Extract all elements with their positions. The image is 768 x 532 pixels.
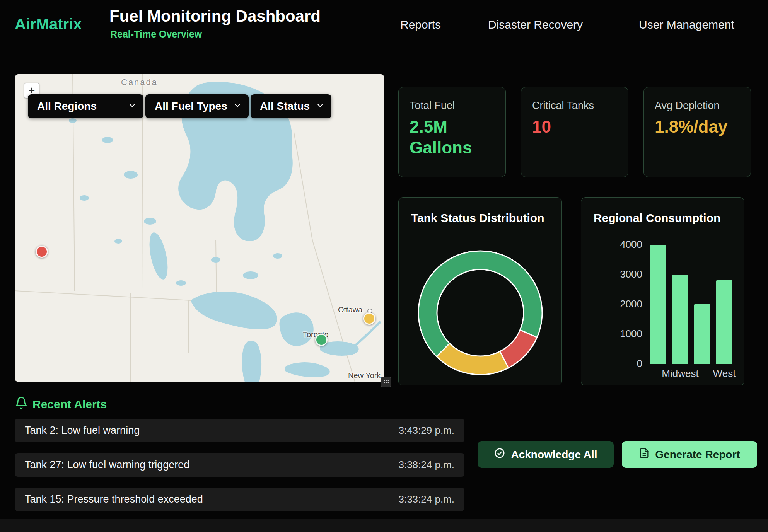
alert-timestamp: 3:38:24 p.m. [398,459,454,471]
bar-chart-y-axis: 01000200030004000 [608,245,642,364]
y-tick-label: 3000 [608,268,642,280]
map-canvas [15,74,384,382]
y-tick-label: 0 [608,358,642,370]
recent-alerts-section: Recent Alerts Tank 2: Low fuel warning 3… [0,385,768,519]
generate-report-button[interactable]: Generate Report [622,441,757,468]
fuel-type-filter-value: All Fuel Types [155,100,227,113]
avg-depletion-label: Avg Depletion [655,100,740,112]
alert-message: Tank 27: Low fuel warning triggered [25,459,189,471]
header: AirMatrix Fuel Monitoring Dashboard Real… [0,0,768,49]
y-tick-label: 4000 [608,239,642,251]
avg-depletion-value: 1.8%/day [655,116,730,137]
map-label-ottawa: Ottawa [338,305,362,314]
donut-slice-warning [437,343,509,375]
bar-3 [716,280,732,364]
recent-alerts-heading: Recent Alerts [32,398,107,411]
app-logo: AirMatrix [15,15,82,33]
bell-icon [15,396,28,411]
tank-status-donut-chart [414,246,547,379]
chevron-down-icon [316,100,324,113]
map-label-canada: Canada [121,77,158,87]
alert-row[interactable]: Tank 2: Low fuel warning 3:43:29 p.m. [15,419,464,442]
regional-consumption-card: Regional Consumption 01000200030004000 M… [581,197,744,386]
regional-consumption-bar-chart: 01000200030004000 MidwestWest [608,245,740,364]
map-marker-warning[interactable] [363,312,375,325]
map-marker-critical[interactable] [36,246,48,258]
bar-0 [650,245,666,364]
status-filter-value: All Status [260,100,310,113]
alert-row[interactable]: Tank 27: Low fuel warning triggered 3:38… [15,453,464,477]
status-filter-dropdown[interactable]: All Status [251,94,331,118]
alert-timestamp: 3:43:29 p.m. [398,425,454,437]
file-text-icon [639,448,650,461]
nav-user-management[interactable]: User Management [639,0,734,49]
nav-reports[interactable]: Reports [400,0,441,49]
resize-handle-icon[interactable] [381,377,391,387]
alert-message: Tank 15: Pressure threshold exceeded [25,493,203,505]
bar-chart-plot-area: MidwestWest [650,245,735,364]
total-fuel-card: Total Fuel 2.5M Gallons [398,87,506,177]
page-title: Fuel Monitoring Dashboard [109,7,321,26]
bar-1 [672,275,688,364]
tank-map[interactable]: + All Regions All Fuel Types All Status … [15,74,384,382]
nav-disaster-recovery[interactable]: Disaster Recovery [488,0,583,49]
bar-2 [694,304,710,364]
x-tick-label: Midwest [662,368,698,380]
chevron-down-icon [128,100,137,113]
alert-timestamp: 3:33:24 p.m. [398,493,454,505]
critical-tanks-label: Critical Tanks [532,100,617,112]
alert-row[interactable]: Tank 15: Pressure threshold exceeded 3:3… [15,488,464,511]
footer-bar [0,519,768,532]
acknowledge-all-label: Acknowledge All [511,448,597,461]
tank-status-chart-title: Tank Status Distribution [411,211,544,225]
total-fuel-value: 2.5M Gallons [410,116,485,158]
chevron-down-icon [233,100,242,113]
acknowledge-all-button[interactable]: Acknowledge All [478,441,614,468]
page-subtitle: Real-Time Overview [110,29,202,40]
tank-status-distribution-card: Tank Status Distribution [398,197,562,386]
fuel-monitoring-dashboard: AirMatrix Fuel Monitoring Dashboard Real… [0,0,768,532]
critical-tanks-card: Critical Tanks 10 [521,87,628,177]
check-circle-icon [494,447,505,462]
alert-message: Tank 2: Low fuel warning [25,425,140,437]
total-fuel-label: Total Fuel [410,100,495,112]
generate-report-label: Generate Report [655,448,740,461]
y-tick-label: 1000 [608,328,642,340]
fuel-type-filter-dropdown[interactable]: All Fuel Types [145,94,249,118]
map-label-new-york: New York [348,371,381,380]
region-filter-dropdown[interactable]: All Regions [28,94,143,118]
y-tick-label: 2000 [608,298,642,310]
critical-tanks-value: 10 [532,116,608,137]
avg-depletion-card: Avg Depletion 1.8%/day [643,87,751,177]
region-filter-value: All Regions [37,100,97,113]
map-marker-normal[interactable] [315,334,328,346]
regional-consumption-chart-title: Regional Consumption [594,211,720,225]
x-tick-label: West [713,368,736,380]
